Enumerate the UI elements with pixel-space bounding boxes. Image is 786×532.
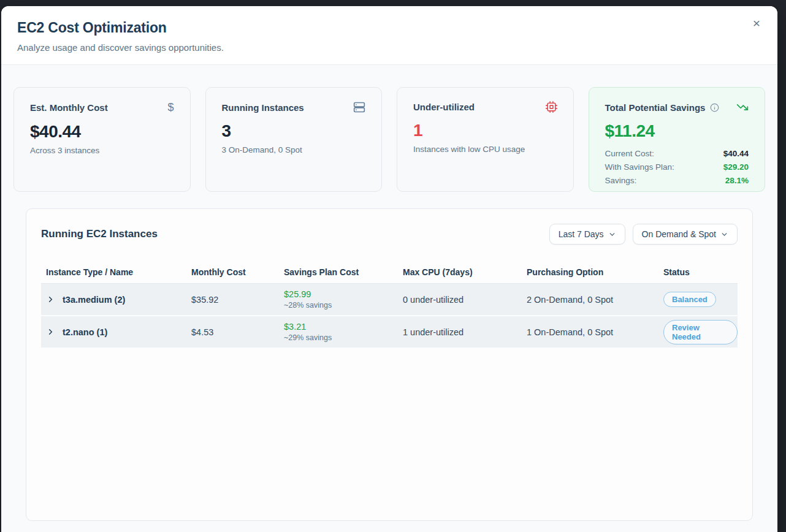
savings-plan-cost-value: $3.21 <box>284 322 398 332</box>
chevron-down-icon <box>720 230 728 238</box>
close-icon: × <box>753 16 760 30</box>
status-cell: Review Needed <box>658 320 738 344</box>
under-utilized-caption: Instances with low CPU usage <box>413 145 557 154</box>
current-cost-label: Current Cost: <box>605 149 654 158</box>
table-row[interactable]: t2.nano (1) $4.53 $3.21 ~29% savings 1 u… <box>41 316 738 349</box>
savings-percent-note: ~28% savings <box>284 301 398 310</box>
page-title: EC2 Cost Optimization <box>17 20 761 36</box>
savings-plan-cost-cell: $3.21 ~29% savings <box>279 322 398 342</box>
with-savings-plan-value: $29.20 <box>723 162 749 172</box>
column-header-monthly-cost: Monthly Cost <box>186 267 279 277</box>
monthly-cost-cell: $35.92 <box>186 295 279 305</box>
savings-percent-value: 28.1% <box>725 176 749 185</box>
savings-percent-label: Savings: <box>605 176 637 185</box>
trending-down-icon <box>736 101 749 113</box>
with-savings-plan-label: With Savings Plan: <box>605 162 674 172</box>
column-header-status: Status <box>658 267 738 277</box>
modal-header: EC2 Cost Optimization Analyze usage and … <box>1 6 777 65</box>
savings-plan-cost-value: $25.99 <box>284 289 398 299</box>
section-title: Running EC2 Instances <box>41 228 158 240</box>
purchasing-option-cell: 2 On-Demand, 0 Spot <box>522 295 658 305</box>
status-cell: Balanced <box>658 292 738 307</box>
card-title: Est. Monthly Cost <box>30 102 108 113</box>
savings-breakdown-row: With Savings Plan: $29.20 <box>605 162 749 172</box>
page-subtitle: Analyze usage and discover savings oppor… <box>17 42 761 53</box>
cpu-icon <box>546 101 557 113</box>
monthly-cost-cell: $4.53 <box>186 327 279 337</box>
instances-table: Instance Type / Name Monthly Cost Saving… <box>41 260 738 349</box>
card-running-instances: Running Instances 3 3 On-Demand, 0 Spot <box>205 87 383 192</box>
card-title: Total Potential Savings <box>605 102 706 113</box>
ec2-cost-optimization-modal: EC2 Cost Optimization Analyze usage and … <box>1 6 777 532</box>
card-title: Under-utilized <box>413 102 475 112</box>
max-cpu-cell: 1 under-utilized <box>398 327 522 337</box>
total-savings-value: $11.24 <box>605 121 749 141</box>
modal-body: Est. Monthly Cost $ $40.44 Across 3 inst… <box>1 65 777 521</box>
column-header-instance: Instance Type / Name <box>41 267 186 277</box>
expand-row-button[interactable] <box>46 327 57 338</box>
status-badge: Balanced <box>663 292 716 307</box>
max-cpu-cell: 0 under-utilized <box>398 295 522 305</box>
table-header-row: Instance Type / Name Monthly Cost Saving… <box>41 260 738 284</box>
chevron-right-icon <box>46 327 57 336</box>
savings-percent-note: ~29% savings <box>284 333 398 342</box>
card-est-monthly-cost: Est. Monthly Cost $ $40.44 Across 3 inst… <box>13 87 191 192</box>
savings-breakdown-row: Current Cost: $40.44 <box>605 149 749 158</box>
close-button[interactable]: × <box>748 15 765 32</box>
instance-type-name: t3a.medium (2) <box>63 295 125 305</box>
info-icon[interactable] <box>710 103 719 112</box>
purchasing-option-dropdown[interactable]: On Demand & Spot <box>633 224 738 245</box>
est-monthly-cost-value: $40.44 <box>30 122 174 142</box>
under-utilized-value: 1 <box>413 121 557 140</box>
table-row[interactable]: t3a.medium (2) $35.92 $25.99 ~28% saving… <box>41 284 738 316</box>
chevron-right-icon <box>46 295 57 304</box>
status-badge: Review Needed <box>663 320 738 344</box>
column-header-purchasing-option: Purchasing Option <box>522 267 658 277</box>
card-total-potential-savings: Total Potential Savings <box>589 87 766 192</box>
instance-type-name: t2.nano (1) <box>63 327 107 337</box>
chevron-down-icon <box>608 230 616 238</box>
server-icon <box>353 101 365 113</box>
summary-cards: Est. Monthly Cost $ $40.44 Across 3 inst… <box>13 87 765 192</box>
savings-plan-cost-cell: $25.99 ~28% savings <box>279 289 398 310</box>
purchasing-option-cell: 1 On-Demand, 0 Spot <box>522 327 658 337</box>
card-title: Running Instances <box>222 102 304 113</box>
column-header-max-cpu: Max CPU (7days) <box>398 267 522 277</box>
savings-breakdown-row: Savings: 28.1% <box>605 176 749 185</box>
expand-row-button[interactable] <box>46 294 57 305</box>
running-instances-section: Running EC2 Instances Last 7 Days On Dem… <box>26 208 753 521</box>
est-monthly-cost-caption: Across 3 instances <box>30 146 174 155</box>
card-under-utilized: Under-utilized 1 Instances with low C <box>397 87 574 192</box>
current-cost-value: $40.44 <box>723 149 749 158</box>
savings-breakdown: Current Cost: $40.44 With Savings Plan: … <box>605 149 749 185</box>
purchasing-option-dropdown-label: On Demand & Spot <box>642 229 716 239</box>
column-header-savings-plan-cost: Savings Plan Cost <box>279 267 398 277</box>
running-instances-caption: 3 On-Demand, 0 Spot <box>222 145 366 154</box>
dollar-icon: $ <box>167 101 174 114</box>
running-instances-value: 3 <box>222 121 366 141</box>
time-range-dropdown-label: Last 7 Days <box>559 229 604 239</box>
table-filters: Last 7 Days On Demand & Spot <box>549 224 738 245</box>
time-range-dropdown[interactable]: Last 7 Days <box>549 224 625 245</box>
